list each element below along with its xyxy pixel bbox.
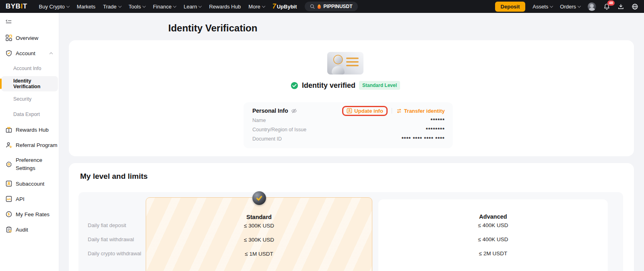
settings-gear-icon bbox=[6, 161, 12, 168]
nav-assets[interactable]: Assets bbox=[533, 4, 553, 10]
personal-info-title: Personal Info bbox=[252, 108, 288, 114]
sidebar-collapse-button[interactable] bbox=[6, 19, 12, 25]
deposit-button[interactable]: Deposit bbox=[495, 2, 526, 12]
nav-buy-crypto[interactable]: Buy Crypto bbox=[39, 4, 69, 10]
transfer-identity-button[interactable]: Transfer identity bbox=[396, 108, 445, 114]
sidebar-item-overview[interactable]: Overview bbox=[0, 30, 59, 46]
sidebar-item-my-fee-rates[interactable]: $ My Fee Rates bbox=[0, 207, 59, 222]
sidebar-item-audit[interactable]: Audit bbox=[0, 222, 59, 237]
flame-icon bbox=[318, 4, 321, 9]
download-app-button[interactable] bbox=[617, 3, 624, 10]
sidebar-item-preference-settings[interactable]: Preference Settings bbox=[0, 153, 59, 176]
identity-card-illustration bbox=[327, 52, 364, 77]
audit-clipboard-icon bbox=[6, 226, 12, 233]
subaccount-icon bbox=[6, 180, 12, 187]
sidebar-item-account-info[interactable]: Account Info bbox=[0, 61, 59, 76]
tier-limit-value: ≤ 400K USD bbox=[378, 236, 608, 242]
tier-name: Advanced bbox=[378, 213, 608, 220]
sidebar-item-data-export[interactable]: Data Export bbox=[0, 107, 59, 122]
sidebar-item-label: Account bbox=[16, 50, 35, 56]
personal-info-row-document-id: Document ID **** **** **** **** bbox=[252, 136, 445, 142]
globe-icon bbox=[632, 3, 638, 10]
tier-name: Standard bbox=[146, 214, 372, 220]
svg-text:$: $ bbox=[8, 212, 10, 216]
chevron-up-icon bbox=[50, 52, 53, 56]
nav-markets[interactable]: Markets bbox=[77, 4, 95, 10]
sidebar-item-security[interactable]: Security bbox=[0, 91, 59, 107]
sidebar-item-subaccount[interactable]: Subaccount bbox=[0, 176, 59, 191]
personal-info-row-name: Name ****** bbox=[252, 118, 445, 123]
collapse-sidebar-icon bbox=[6, 19, 12, 25]
nav-rewards-hub[interactable]: Rewards Hub bbox=[209, 4, 241, 10]
sidebar-item-label: Audit bbox=[16, 227, 28, 233]
sidebar-item-referral-program[interactable]: $+ Referral Program bbox=[0, 137, 59, 153]
divider bbox=[392, 108, 392, 114]
sidebar-item-label: Subaccount bbox=[16, 181, 44, 187]
sidebar: Overview Account Account Info Identity V… bbox=[0, 13, 59, 271]
top-navbar: BYBIT Buy Crypto Markets Trade Tools Fin… bbox=[0, 0, 644, 13]
notification-badge: 48 bbox=[607, 0, 615, 6]
main-content: Identity Verification bbox=[59, 13, 644, 271]
api-icon: API bbox=[6, 196, 12, 202]
nav-more[interactable]: More bbox=[248, 4, 265, 10]
upbybit-label: UpBybit bbox=[277, 4, 297, 10]
tier-limit-value: ≤ 400K USD bbox=[378, 222, 608, 228]
chevron-down-icon bbox=[550, 4, 553, 7]
tier-limit-value: ≤ 300K USD bbox=[146, 223, 372, 229]
tier-standard-column: Standard ≤ 300K USD ≤ 300K USD ≤ 1M USDT bbox=[146, 197, 372, 271]
nav-orders[interactable]: Orders bbox=[560, 4, 580, 10]
search-input[interactable]: PIPPINUSDT bbox=[305, 2, 358, 11]
update-info-icon bbox=[347, 108, 352, 114]
chevron-down-icon bbox=[66, 4, 70, 7]
limits-card: My level and limits Daily fiat deposit D… bbox=[69, 163, 634, 271]
download-icon bbox=[617, 3, 624, 10]
sidebar-item-label: Overview bbox=[16, 35, 38, 41]
personal-info-row-country: Country/Region of Issue ******** bbox=[252, 127, 445, 132]
verification-status-card: Identity verified Standard Level Persona… bbox=[69, 40, 634, 156]
search-value: PIPPINUSDT bbox=[324, 4, 353, 9]
account-shield-icon bbox=[6, 50, 12, 56]
limits-heading: My level and limits bbox=[80, 172, 148, 181]
user-avatar[interactable] bbox=[588, 2, 596, 11]
logo-text: BYB bbox=[6, 2, 21, 10]
svg-text:API: API bbox=[7, 198, 11, 201]
active-indicator bbox=[0, 79, 2, 89]
logo-text-end: T bbox=[23, 2, 27, 10]
eye-slash-icon[interactable] bbox=[291, 108, 297, 114]
tier-limit-value: ≤ 1M USDT bbox=[146, 251, 372, 257]
bybit-logo[interactable]: BYBIT bbox=[6, 2, 27, 10]
verified-status-text: Identity verified bbox=[302, 81, 355, 90]
update-info-button[interactable]: Update info bbox=[347, 108, 383, 114]
sidebar-item-label: API bbox=[16, 196, 25, 202]
chevron-down-icon bbox=[262, 4, 265, 7]
masked-value: ****** bbox=[431, 118, 445, 123]
sidebar-item-identity-verification[interactable]: Identity Verification bbox=[1, 76, 58, 91]
notifications-button[interactable]: 48 bbox=[603, 3, 610, 10]
nav-finance[interactable]: Finance bbox=[153, 4, 176, 10]
masked-value: ******** bbox=[426, 127, 445, 132]
sidebar-item-rewards-hub[interactable]: Rewards Hub bbox=[0, 122, 59, 137]
nav-upbybit-promo[interactable]: 7 UpBybit bbox=[272, 3, 297, 10]
page-title: Identity Verification bbox=[168, 23, 257, 34]
nav-trade[interactable]: Trade bbox=[103, 4, 121, 10]
chevron-down-icon bbox=[118, 4, 121, 7]
level-badge: Standard Level bbox=[359, 81, 400, 90]
chevron-down-icon bbox=[578, 4, 581, 7]
chevron-down-icon bbox=[142, 4, 146, 7]
tier-limit-value: ≤ 2M USDT bbox=[378, 250, 608, 257]
nav-learn[interactable]: Learn bbox=[184, 4, 201, 10]
nav-tools[interactable]: Tools bbox=[129, 4, 145, 10]
annotation-highlight: Update info bbox=[342, 106, 388, 116]
standard-level-medal-icon bbox=[252, 191, 266, 205]
tier-advanced-column: Advanced ≤ 400K USD ≤ 400K USD ≤ 2M USDT bbox=[378, 199, 608, 271]
sidebar-item-account[interactable]: Account bbox=[0, 46, 59, 61]
sidebar-item-api[interactable]: API API bbox=[0, 191, 59, 207]
transfer-identity-icon bbox=[396, 108, 402, 114]
personal-info-panel: Personal Info Update info bbox=[244, 102, 453, 148]
limit-row-label: Daily crypto withdrawal bbox=[88, 250, 141, 257]
language-button[interactable] bbox=[632, 3, 638, 10]
limits-table: Daily fiat deposit Daily fiat withdrawal… bbox=[78, 192, 623, 271]
sidebar-item-label: Preference Settings bbox=[16, 156, 50, 172]
chevron-down-icon bbox=[198, 4, 202, 7]
fee-rates-icon: $ bbox=[6, 211, 12, 217]
